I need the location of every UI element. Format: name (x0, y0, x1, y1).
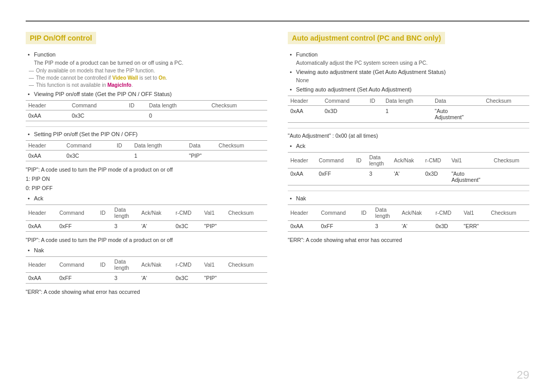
table-row: 0xAA 0x3D 1 "AutoAdjustment" (288, 106, 529, 123)
th-id: ID (367, 96, 383, 106)
function-desc: The PIP mode of a product can be turned … (34, 60, 267, 66)
td-acknak: 'A' (139, 221, 173, 232)
right-table1-wrapper: Header Command ID Data length Data Check… (288, 96, 529, 123)
th-id: ID (126, 101, 146, 110)
right-ack-label: Ack (296, 143, 529, 149)
th-checksum: Checksum (226, 257, 267, 273)
nak-label: Nak (34, 247, 267, 253)
td-command: 0x3D (322, 106, 367, 123)
td-command: 0xFF (57, 273, 97, 284)
left-err-note: "ERR": A code showing what error has occ… (26, 289, 267, 295)
td-checksum (483, 106, 529, 123)
right-table3-wrapper: Header Command ID Datalength Ack/Nak r-C… (288, 204, 529, 232)
th-header: Header (288, 153, 316, 169)
td-datalength: 0 (146, 110, 209, 121)
th-command: Command (318, 205, 358, 221)
table3-wrapper: Header Command ID Datalength Ack/Nak r-C… (26, 204, 267, 232)
td-val1: "ERR" (461, 221, 488, 232)
th-command: Command (322, 96, 367, 106)
th-checksum: Checksum (483, 96, 529, 106)
td-header: 0xAA (288, 221, 318, 232)
th-header: Header (26, 141, 64, 151)
td-rcmd: 0x3D (433, 221, 461, 232)
th-id: ID (98, 257, 112, 273)
table2-wrapper: Header Command ID Data length Data Check… (26, 140, 267, 161)
right-function-desc: Automatically adjust the PC system scree… (296, 60, 529, 66)
th-datalength: Data length (132, 141, 187, 151)
th-header: Header (288, 205, 318, 221)
th-rcmd: r-CMD (433, 205, 461, 221)
td-data: "PIP" (187, 151, 216, 161)
right-table2-wrapper: Header Command ID Datalength Ack/Nak r-C… (288, 152, 529, 185)
table3: Header Command ID Datalength Ack/Nak r-C… (26, 204, 267, 232)
td-command: 0xFF (57, 221, 97, 232)
th-id: ID (359, 205, 373, 221)
th-id: ID (114, 141, 132, 151)
td-checksum (216, 151, 267, 161)
th-val1: Val1 (449, 153, 491, 169)
table-row: 0xAA 0xFF 3 'A' 0x3D "AutoAdjustment" (288, 169, 529, 185)
th-checksum: Checksum (209, 101, 267, 110)
page-container: PIP On/Off control Function The PIP mode… (0, 0, 555, 392)
th-rcmd: r-CMD (173, 205, 202, 221)
pip-note4: "PIP": A code used to turn the PIP mode … (26, 237, 267, 243)
function-label: Function (34, 51, 267, 58)
td-checksum (491, 169, 529, 185)
td-id (367, 106, 383, 123)
td-acknak: 'A' (139, 273, 173, 284)
right-table1: Header Command ID Data length Data Check… (288, 96, 529, 123)
th-header: Header (26, 257, 57, 273)
td-id (359, 221, 373, 232)
td-header: 0xAA (288, 106, 322, 123)
td-data: "AutoAdjustment" (432, 106, 484, 123)
table-row: 0xAA 0xFF 3 'A' 0x3C "PIP" (26, 221, 267, 232)
right-viewing-value: None (296, 77, 529, 83)
table1: Header Command ID Data length Checksum 0… (26, 100, 267, 121)
td-datalength: 3 (373, 221, 399, 232)
right-viewing-label: Viewing auto adjustment state (Get Auto … (296, 69, 529, 75)
table4-wrapper: Header Command ID Datalength Ack/Nak r-C… (26, 256, 267, 284)
th-command: Command (69, 101, 126, 110)
td-rcmd: 0x3C (173, 221, 202, 232)
td-acknak: 'A' (391, 169, 422, 185)
th-data: Datalength (112, 257, 139, 273)
th-checksum: Checksum (216, 141, 267, 151)
right-section-title: Auto adjustment control (PC and BNC only… (288, 32, 445, 44)
th-checksum: Checksum (226, 205, 267, 221)
auto-note: "Auto Adjustment" : 0x00 (at all times) (288, 133, 529, 139)
th-data: Datalength (366, 153, 391, 169)
right-table2: Header Command ID Datalength Ack/Nak r-C… (288, 152, 529, 185)
th-header: Header (26, 205, 57, 221)
th-rcmd: r-CMD (423, 153, 449, 169)
th-datalength: Data length (146, 101, 209, 110)
right-err-note: "ERR": A code showing what error has occ… (288, 237, 529, 243)
td-checksum (209, 110, 267, 121)
th-data: Datalength (112, 205, 139, 221)
right-setting-label: Setting auto adjustment (Set Auto Adjust… (296, 86, 529, 92)
td-id (114, 151, 132, 161)
th-checksum: Checksum (488, 205, 529, 221)
td-command: 0xFF (316, 169, 354, 185)
th-data: Datalength (373, 205, 399, 221)
th-datalength: Data length (383, 96, 432, 106)
th-command: Command (57, 257, 97, 273)
th-data: Data (432, 96, 484, 106)
th-command: Command (57, 205, 97, 221)
th-header: Header (26, 101, 69, 110)
left-column: PIP On/Off control Function The PIP mode… (26, 32, 267, 298)
td-val1: "PIP" (201, 221, 226, 232)
th-val1: Val1 (201, 257, 226, 273)
td-datalength: 1 (383, 106, 432, 123)
td-command: 0xFF (318, 221, 358, 232)
setting-label: Setting PIP on/off (Set the PIP ON / OFF… (34, 131, 267, 137)
table-row: 0xAA 0xFF 3 'A' 0x3C "PIP" (26, 273, 267, 284)
right-function-label: Function (296, 51, 529, 58)
table-row: 0xAA 0x3C 1 "PIP" (26, 151, 267, 161)
pip-note1: "PIP": A code used to turn the PIP mode … (26, 166, 267, 173)
th-id: ID (98, 205, 112, 221)
table1-wrapper: Header Command ID Data length Checksum 0… (26, 100, 267, 121)
note-1: Only available on models that have the P… (36, 68, 267, 73)
divider1 (26, 126, 267, 127)
td-header: 0xAA (26, 110, 69, 121)
right-divider1 (288, 128, 529, 128)
